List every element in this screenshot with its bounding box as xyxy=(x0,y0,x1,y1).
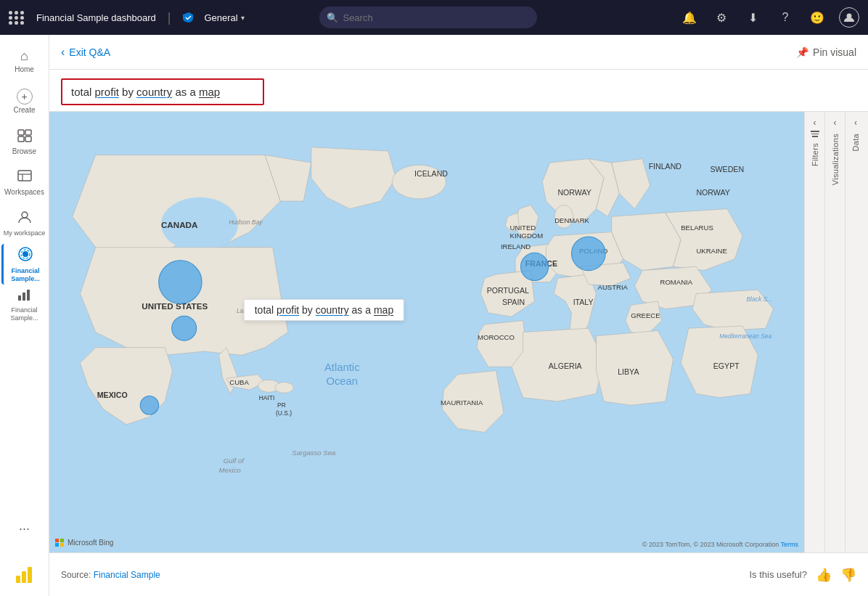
help-icon[interactable]: ? xyxy=(775,7,795,28)
svg-text:UKRAINE: UKRAINE xyxy=(696,247,726,255)
qa-text-by: by xyxy=(119,86,136,98)
sidebar: ⌂ Home + Create Browse xyxy=(0,35,49,596)
svg-text:IRELAND: IRELAND xyxy=(501,242,531,250)
svg-text:HAITI: HAITI xyxy=(259,394,275,401)
app-title: Financial Sample dashboard xyxy=(36,12,156,23)
svg-text:CUBA: CUBA xyxy=(229,378,249,386)
svg-rect-13 xyxy=(22,293,25,301)
my-workspace-icon xyxy=(17,210,32,228)
source-link[interactable]: Financial Sample xyxy=(94,570,160,580)
sidebar-item-my-workspace[interactable]: My workspace xyxy=(1,203,48,244)
settings-icon[interactable]: ⚙ xyxy=(711,7,732,28)
sidebar-more-button[interactable]: ... xyxy=(19,518,30,534)
svg-point-63 xyxy=(159,261,202,303)
sidebar-item-financial-1[interactable]: Financial Sample... xyxy=(1,244,48,285)
atlantic-label: Atlantic xyxy=(324,362,360,373)
svg-text:Mediterranean Sea: Mediterranean Sea xyxy=(719,332,771,340)
collapse-data-icon[interactable]: ‹ xyxy=(854,118,857,128)
bing-label: Microsoft Bing xyxy=(67,539,113,547)
svg-point-64 xyxy=(172,316,197,340)
emoji-icon[interactable]: 🙂 xyxy=(807,7,827,28)
financial-sample-icon-1 xyxy=(17,246,33,266)
svg-text:NORWAY: NORWAY xyxy=(557,188,591,197)
qa-input-area: total profit by country as a map xyxy=(49,70,868,112)
sidebar-item-browse[interactable]: Browse xyxy=(1,122,48,163)
map-terms-link[interactable]: Terms xyxy=(781,541,799,548)
data-panel-tab[interactable]: ‹ Data xyxy=(846,112,866,552)
svg-text:Black S...: Black S... xyxy=(746,295,772,303)
qa-input-box[interactable]: total profit by country as a map xyxy=(61,78,264,105)
svg-rect-1 xyxy=(18,130,24,135)
svg-rect-16 xyxy=(22,571,26,583)
sidebar-item-label-financial-1: Financial Sample... xyxy=(4,267,48,283)
qa-text-country: country xyxy=(136,86,172,98)
svg-text:Sargasso Sea: Sargasso Sea xyxy=(292,449,335,457)
create-icon: + xyxy=(17,89,33,105)
pin-visual-label: Pin visual xyxy=(813,46,856,58)
sidebar-item-label-create: Create xyxy=(13,106,35,115)
right-side-panels: ‹ Filters ‹ Visualizations ‹ Data xyxy=(804,112,868,552)
svg-rect-14 xyxy=(27,290,30,301)
svg-text:SWEDEN: SWEDEN xyxy=(711,165,745,174)
exit-qa-button[interactable]: ‹ Exit Q&A xyxy=(61,46,110,59)
bing-logo: Microsoft Bing xyxy=(55,539,113,547)
svg-text:Ocean: Ocean xyxy=(326,375,358,387)
filters-panel-tab[interactable]: ‹ Filters xyxy=(805,112,825,552)
map-copyright: © 2023 TomTom, © 2023 Microsoft Corporat… xyxy=(642,541,798,548)
map-container[interactable]: Atlantic Ocean CANADA UNITED STATES MEXI… xyxy=(49,112,804,552)
sidebar-item-create[interactable]: + Create xyxy=(1,81,48,122)
bell-icon[interactable]: 🔔 xyxy=(679,7,700,28)
back-chevron-icon: ‹ xyxy=(61,46,65,59)
svg-text:NORWAY: NORWAY xyxy=(696,188,729,197)
collapse-viz-icon[interactable]: ‹ xyxy=(834,118,837,128)
svg-rect-12 xyxy=(18,295,21,301)
svg-text:PR: PR xyxy=(277,402,286,409)
svg-text:(U.S.): (U.S.) xyxy=(276,409,292,417)
svg-text:ALGERIA: ALGERIA xyxy=(549,362,583,370)
filters-icon xyxy=(811,131,819,137)
sidebar-item-label-workspaces: Workspaces xyxy=(4,188,44,197)
download-icon[interactable]: ⬇ xyxy=(743,7,763,28)
svg-text:DENMARK: DENMARK xyxy=(554,216,589,224)
search-input[interactable] xyxy=(319,7,537,28)
filters-label: Filters xyxy=(811,140,819,169)
sidebar-item-home[interactable]: ⌂ Home xyxy=(1,41,48,81)
map-overlay-label: total profit by country as a map xyxy=(244,299,404,321)
svg-point-21 xyxy=(275,382,293,393)
svg-rect-2 xyxy=(25,130,31,135)
thumbs-down-button[interactable]: 👎 xyxy=(840,567,856,583)
svg-text:Hudson Bay: Hudson Bay xyxy=(229,219,263,226)
svg-text:MOROCCO: MOROCCO xyxy=(478,333,515,341)
svg-text:LIBYA: LIBYA xyxy=(618,367,639,376)
sidebar-item-label-home: Home xyxy=(15,65,34,74)
svg-text:ROMANIA: ROMANIA xyxy=(660,278,693,286)
svg-point-67 xyxy=(520,253,548,280)
svg-point-65 xyxy=(140,396,158,415)
visualizations-panel-tab[interactable]: ‹ Visualizations xyxy=(825,112,846,552)
sidebar-item-financial-2[interactable]: Financial Sample... xyxy=(1,285,48,325)
workspace-selector[interactable]: General ▾ xyxy=(204,12,244,23)
svg-rect-3 xyxy=(18,136,24,142)
pin-icon: 📌 xyxy=(796,46,808,58)
financial-sample-icon-2 xyxy=(17,288,32,305)
svg-point-66 xyxy=(572,237,606,271)
thumbs-up-button[interactable]: 👍 xyxy=(816,567,832,583)
svg-text:EGYPT: EGYPT xyxy=(713,362,740,370)
pin-visual-button[interactable]: 📌 Pin visual xyxy=(796,46,856,58)
svg-text:MEXICO: MEXICO xyxy=(97,391,128,399)
svg-text:PORTUGAL: PORTUGAL xyxy=(487,286,529,295)
chevron-down-icon: ▾ xyxy=(241,14,245,22)
sidebar-item-workspaces[interactable]: Workspaces xyxy=(1,163,48,203)
topbar-divider: | xyxy=(168,10,171,25)
svg-rect-5 xyxy=(18,171,31,181)
useful-question: Is this useful? xyxy=(750,569,808,580)
powerbi-logo xyxy=(13,563,36,589)
qa-text-map: map xyxy=(199,86,220,98)
sidebar-item-label-financial-2: Financial Sample... xyxy=(1,306,48,322)
avatar[interactable] xyxy=(839,7,859,28)
bottom-bar: Source: Financial Sample Is this useful?… xyxy=(49,552,868,596)
sidebar-item-label-my-workspace: My workspace xyxy=(4,229,46,237)
collapse-filters-icon[interactable]: ‹ xyxy=(814,118,816,128)
apps-icon[interactable] xyxy=(9,11,25,25)
svg-point-8 xyxy=(22,212,28,218)
